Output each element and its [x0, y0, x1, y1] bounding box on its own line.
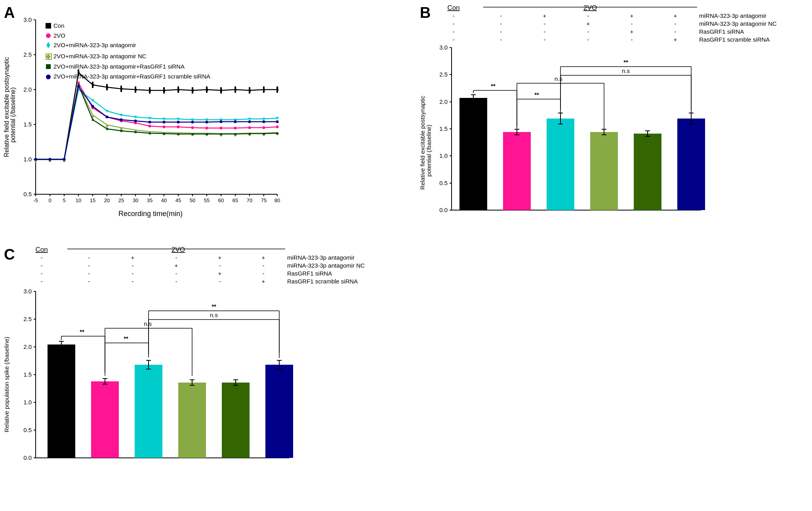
legend-scramble-icon — [46, 75, 51, 79]
c-ras-r1c2: - — [88, 270, 90, 277]
svg-point-145 — [234, 121, 237, 123]
b-ras-r1c5: + — [630, 28, 634, 35]
c-scr-r1c2: - — [88, 278, 90, 285]
svg-point-133 — [63, 158, 66, 161]
svg-rect-47 — [120, 88, 122, 90]
xtick-70: 70 — [247, 197, 252, 203]
b-ras-r1c3: - — [544, 28, 546, 35]
c-nc-r1c6: - — [263, 262, 265, 269]
c-nc-r1c4: + — [175, 262, 178, 269]
svg-point-148 — [276, 121, 279, 123]
xtick-25: 25 — [118, 197, 124, 203]
xtick-20: 20 — [104, 197, 110, 203]
panel-c-2vo-header: 2VO — [172, 246, 185, 253]
svg-rect-119 — [120, 130, 122, 132]
ytick-15: 1.5 — [23, 121, 32, 128]
ytick-30: 3.0 — [23, 16, 32, 23]
svg-rect-49 — [149, 90, 151, 92]
svg-rect-55 — [234, 89, 236, 91]
panel-a: A Relative field excitable postsynaptic … — [0, 0, 416, 230]
b-nc-r1c6: - — [675, 20, 677, 27]
c-scr-r1c6: + — [262, 278, 265, 285]
c-sig-3: ** — [212, 303, 216, 310]
b-mirna-r1c3: + — [543, 12, 547, 19]
ytick-20: 2.0 — [23, 86, 32, 93]
c-nc-label: miRNA-323-3p antagomir NC — [287, 262, 365, 269]
xtick-0: 0 — [48, 197, 51, 203]
c-scr-label: RasGRF1 scramble siRNA — [287, 278, 358, 285]
svg-point-67 — [149, 125, 151, 128]
svg-rect-56 — [249, 90, 251, 92]
xtick-35: 35 — [147, 197, 152, 203]
bar-b-2vo — [503, 132, 531, 210]
c-mirna-label: miRNA-323-3p antagomir — [287, 254, 355, 261]
sig-ns1: n.s — [555, 75, 562, 82]
b-mirna-r1c1: - — [453, 12, 455, 19]
bar-c-con — [48, 344, 75, 458]
svg-rect-127 — [234, 133, 236, 135]
xtick-60: 60 — [218, 197, 224, 203]
bar-b-rasgrf1 — [634, 134, 661, 210]
c-ras-r1c6: - — [263, 270, 265, 277]
svg-point-134 — [77, 85, 80, 88]
svg-rect-117 — [92, 119, 94, 121]
svg-rect-124 — [192, 133, 194, 135]
svg-rect-48 — [135, 89, 137, 91]
c-sig-2: ** — [124, 335, 128, 342]
svg-point-140 — [163, 121, 166, 124]
panel-c-yaxis-label: Relative population spike (/baseline) — [3, 337, 10, 433]
b-ras-r1c2: - — [500, 28, 502, 35]
bar-b-mirna — [547, 119, 574, 210]
svg-rect-58 — [276, 89, 278, 91]
b-ras-r1c6: - — [675, 28, 677, 35]
c-ras-label: RasGRF1 siRNA — [287, 270, 332, 277]
panel-b-2vo-header: 2VO — [583, 4, 597, 11]
svg-rect-53 — [206, 89, 208, 91]
c-mirna-r1c1: - — [41, 254, 43, 261]
c-ras-r1c5: + — [218, 270, 222, 277]
legend-nc-label: 2VO+miRNA-323-3p antagomir NC — [53, 53, 147, 59]
b-ras-label: RasGRF1 siRNA — [699, 28, 744, 35]
svg-point-141 — [177, 121, 180, 124]
panel-b-label: B — [420, 4, 431, 21]
svg-rect-51 — [177, 89, 179, 91]
xtick-75: 75 — [261, 197, 267, 203]
panel-b-yaxis-label: Relative field excitable postsynaptic — [419, 96, 426, 189]
xtick-40: 40 — [161, 197, 167, 203]
panel-a-svg: A Relative field excitable postsynaptic … — [0, 0, 416, 230]
c-mirna-r1c3: + — [131, 254, 135, 261]
c-mirna-r1c5: + — [218, 254, 222, 261]
legend-rasgrf1-label: 2VO+miRNA-323-3p antagomir+RasGRF1 siRNA — [53, 63, 185, 70]
svg-rect-50 — [163, 90, 165, 92]
sig-2: ** — [534, 91, 539, 98]
b-ras-r1c4: - — [587, 28, 589, 35]
svg-point-71 — [206, 127, 208, 130]
b-mirna-label: miRNA-323-3p antagomir — [699, 12, 766, 19]
b-scr-r1c2: - — [500, 36, 502, 43]
sig-ns2: n.s — [622, 67, 630, 74]
svg-rect-125 — [206, 133, 208, 135]
ytick-05: 0.5 — [23, 191, 32, 197]
panel-a-label: A — [4, 4, 15, 21]
svg-point-75 — [263, 126, 265, 129]
panel-b: B Con 2VO - - + - + + miRNA-323-3p antag… — [416, 0, 812, 230]
svg-point-137 — [120, 119, 123, 121]
line-2vo-mirna — [36, 90, 277, 159]
ytick-10: 1.0 — [23, 156, 32, 163]
svg-point-143 — [206, 121, 208, 124]
c-mirna-r1c6: + — [262, 254, 265, 261]
xtick-55: 55 — [204, 197, 210, 203]
xtick--5: -5 — [33, 197, 38, 203]
b-nc-r1c2: - — [500, 20, 502, 27]
b-ras-r1c1: - — [453, 28, 455, 35]
b-mirna-r1c6: + — [674, 12, 677, 19]
bar-c-mirna — [135, 365, 162, 458]
b-ytick-25: 2.5 — [439, 71, 448, 78]
legend-con-icon — [46, 23, 51, 29]
svg-point-70 — [191, 126, 194, 129]
svg-rect-129 — [263, 133, 265, 135]
c-sig-1: ** — [80, 328, 84, 335]
b-scr-r1c4: - — [587, 36, 589, 43]
b-ytick-0: 0.0 — [439, 207, 448, 213]
panel-c-con-header: Con — [35, 246, 48, 253]
